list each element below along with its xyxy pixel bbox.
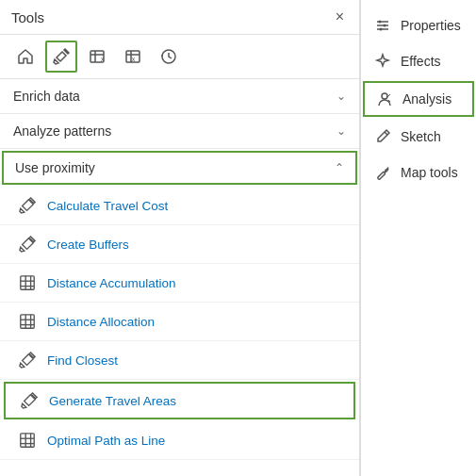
find-closest-label: Find Closest bbox=[47, 353, 118, 368]
sliders-icon bbox=[374, 17, 391, 34]
svg-point-27 bbox=[379, 21, 382, 24]
right-item-effects[interactable]: Effects bbox=[361, 43, 476, 79]
tool-create-buffers[interactable]: Create Buffers bbox=[0, 225, 359, 264]
analyze-patterns-chevron: ⌄ bbox=[336, 124, 346, 138]
effects-label: Effects bbox=[401, 54, 441, 69]
calculate-travel-cost-label: Calculate Travel Cost bbox=[47, 199, 168, 213]
tools-panel: Tools × x bbox=[0, 0, 360, 476]
toolbar: x x bbox=[0, 35, 359, 79]
svg-rect-14 bbox=[21, 315, 34, 328]
tool-find-closest[interactable]: Find Closest bbox=[0, 341, 359, 380]
tool-generate-travel-areas[interactable]: Generate Travel Areas bbox=[4, 382, 355, 419]
svg-text:x: x bbox=[101, 56, 105, 62]
tools-title: Tools bbox=[11, 9, 44, 25]
right-item-sketch[interactable]: Sketch bbox=[361, 119, 476, 155]
create-buffers-label: Create Buffers bbox=[47, 238, 129, 252]
analysis-label: Analysis bbox=[402, 91, 451, 107]
sketch-label: Sketch bbox=[401, 129, 441, 144]
section-enrich-data[interactable]: Enrich data ⌄ bbox=[0, 79, 359, 114]
svg-point-28 bbox=[384, 25, 386, 27]
pencil-icon bbox=[374, 128, 391, 145]
svg-line-31 bbox=[385, 132, 387, 135]
history-icon bbox=[160, 48, 177, 65]
toolbar-table-button[interactable]: x bbox=[81, 41, 113, 73]
toolbar-analysis-button[interactable] bbox=[45, 41, 77, 73]
home-icon bbox=[17, 48, 34, 65]
hammer-icon-3 bbox=[17, 350, 38, 370]
properties-label: Properties bbox=[401, 18, 461, 33]
section-analyze-patterns[interactable]: Analyze patterns ⌄ bbox=[0, 114, 359, 149]
analyze-patterns-label: Analyze patterns bbox=[13, 123, 111, 139]
grid-icon-2 bbox=[17, 311, 38, 332]
svg-text:x: x bbox=[132, 56, 136, 62]
right-panel: Properties Effects Analysis Sket bbox=[360, 0, 476, 476]
grid-icon-1 bbox=[17, 272, 38, 293]
toolbar-home-button[interactable] bbox=[9, 41, 41, 73]
svg-point-29 bbox=[380, 28, 383, 31]
toolbar-function-button[interactable]: x bbox=[117, 41, 149, 73]
distance-allocation-label: Distance Allocation bbox=[47, 315, 155, 329]
tools-header: Tools × bbox=[0, 0, 359, 35]
section-use-proximity[interactable]: Use proximity ⌃ bbox=[2, 151, 357, 185]
use-proximity-chevron: ⌃ bbox=[335, 161, 344, 174]
close-button[interactable]: × bbox=[332, 8, 348, 26]
optimal-path-as-line-label: Optimal Path as Line bbox=[47, 434, 165, 448]
use-proximity-label: Use proximity bbox=[15, 160, 95, 175]
wrench-icon bbox=[374, 164, 391, 181]
function-icon: x bbox=[124, 48, 141, 65]
generate-travel-areas-label: Generate Travel Areas bbox=[49, 394, 176, 408]
table-icon: x bbox=[89, 48, 106, 65]
right-item-map-tools[interactable]: Map tools bbox=[361, 155, 476, 190]
svg-rect-19 bbox=[21, 434, 34, 447]
toolbar-history-button[interactable] bbox=[153, 41, 185, 73]
distance-accumulation-label: Distance Accumulation bbox=[47, 276, 176, 290]
grid-icon-3 bbox=[17, 430, 38, 451]
right-item-properties[interactable]: Properties bbox=[361, 8, 476, 43]
map-tools-label: Map tools bbox=[401, 165, 458, 180]
svg-rect-9 bbox=[21, 276, 34, 289]
hammer-icon-2 bbox=[17, 234, 38, 254]
right-item-analysis[interactable]: Analysis bbox=[363, 81, 474, 117]
sparkle-icon bbox=[374, 53, 391, 70]
enrich-data-label: Enrich data bbox=[13, 89, 80, 104]
hammer-icon-4 bbox=[19, 390, 40, 411]
hammer-icon-1 bbox=[17, 195, 38, 216]
tool-optimal-path-as-line[interactable]: Optimal Path as Line bbox=[0, 421, 359, 460]
hammer-icon bbox=[53, 48, 70, 65]
tools-content: Enrich data ⌄ Analyze patterns ⌄ Use pro… bbox=[0, 79, 359, 476]
tool-calculate-travel-cost[interactable]: Calculate Travel Cost bbox=[0, 187, 359, 225]
tool-distance-accumulation[interactable]: Distance Accumulation bbox=[0, 264, 359, 303]
tool-distance-allocation[interactable]: Distance Allocation bbox=[0, 303, 359, 341]
enrich-data-chevron: ⌄ bbox=[336, 90, 346, 103]
analysis-icon bbox=[376, 90, 393, 107]
svg-point-32 bbox=[379, 176, 380, 177]
